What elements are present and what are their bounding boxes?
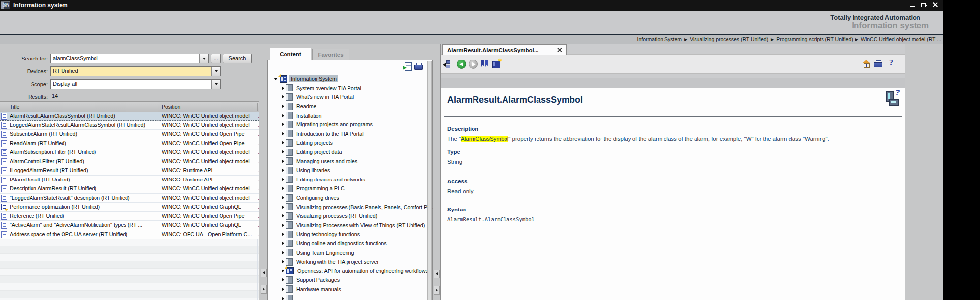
collapsed-arrow-icon[interactable] bbox=[282, 269, 284, 273]
tree-item[interactable]: Programming a PLC bbox=[267, 184, 426, 193]
tab-content[interactable]: Content bbox=[270, 48, 311, 60]
collapsed-arrow-icon[interactable] bbox=[282, 241, 284, 245]
collapsed-arrow-icon[interactable] bbox=[282, 114, 284, 118]
result-row[interactable]: "LoggedAlarmStateResult" description (RT… bbox=[0, 194, 259, 203]
left-splitter[interactable] bbox=[260, 44, 267, 300]
restore-icon[interactable] bbox=[920, 1, 927, 8]
close-tab-icon[interactable] bbox=[557, 47, 562, 53]
right-splitter[interactable] bbox=[433, 44, 440, 300]
search-button[interactable]: Search bbox=[223, 54, 252, 63]
tree-scrollbar[interactable] bbox=[427, 61, 432, 300]
collapsed-arrow-icon[interactable] bbox=[282, 223, 284, 227]
advanced-search-button[interactable]: ... bbox=[211, 54, 221, 63]
result-row[interactable]: AlarmControl.Filter (RT Unified) WINCC: … bbox=[0, 157, 259, 167]
result-row[interactable]: Reference (RT Unified) WINCC: WinCC Unif… bbox=[0, 212, 259, 221]
collapsed-arrow-icon[interactable] bbox=[282, 251, 284, 255]
minimize-icon[interactable] bbox=[909, 1, 916, 8]
column-header-title[interactable]: Title bbox=[10, 102, 19, 112]
tree-item[interactable]: Visualizing processes (Basic Panels, Pan… bbox=[267, 202, 426, 211]
result-row[interactable]: Description AlarmResult (RT Unified) WIN… bbox=[0, 184, 259, 194]
result-row[interactable]: IAlarmResult (RT Unified) WINCC: Runtime… bbox=[0, 176, 259, 185]
collapsed-arrow-icon[interactable] bbox=[282, 260, 284, 264]
related-windows-help-icon[interactable] bbox=[885, 91, 901, 109]
collapse-left-icon[interactable] bbox=[261, 269, 267, 277]
result-row[interactable]: AlarmResult.AlarmClassSymbol (RT Unified… bbox=[0, 112, 259, 121]
collapsed-arrow-icon[interactable] bbox=[282, 159, 284, 163]
collapsed-arrow-icon[interactable] bbox=[282, 214, 284, 218]
result-row[interactable]: ILoggedAlarmResult (RT Unified) WINCC: R… bbox=[0, 166, 259, 176]
collapsed-arrow-icon[interactable] bbox=[282, 205, 284, 209]
bookmarks-icon[interactable] bbox=[481, 60, 489, 67]
scope-dropdown-icon[interactable] bbox=[211, 80, 220, 89]
topic-tab[interactable]: AlarmResult.AlarmClassSymbol... bbox=[442, 44, 567, 55]
column-header-position[interactable]: Position bbox=[162, 102, 180, 112]
close-icon[interactable] bbox=[932, 1, 939, 8]
tree-item[interactable]: Managing users and roles bbox=[267, 156, 426, 166]
tree-item[interactable]: Using Team Engineering bbox=[267, 248, 426, 257]
tree-item[interactable]: Editing devices and networks bbox=[267, 175, 426, 184]
back-icon[interactable] bbox=[457, 60, 466, 69]
forward-icon[interactable] bbox=[469, 60, 478, 69]
tree-item[interactable]: Configuring drives bbox=[267, 193, 426, 203]
devices-select[interactable]: RT Unified bbox=[50, 66, 221, 76]
collapsed-arrow-icon[interactable] bbox=[282, 104, 284, 108]
search-dropdown-icon[interactable] bbox=[199, 54, 208, 63]
result-row[interactable]: AlarmSubscription.Filter (RT Unified) WI… bbox=[0, 148, 259, 157]
collapsed-arrow-icon[interactable] bbox=[282, 141, 284, 145]
collapsed-arrow-icon[interactable] bbox=[282, 95, 284, 99]
tree-item[interactable]: Using libraries bbox=[267, 166, 426, 175]
tree-item[interactable]: Working with the TIA project server bbox=[267, 257, 426, 267]
collapse-left-icon[interactable] bbox=[434, 270, 440, 278]
tab-favorites[interactable]: Favorites bbox=[312, 49, 349, 60]
result-row[interactable]: Performance optimization (RT Unified) WI… bbox=[0, 203, 259, 212]
add-bookmark-icon[interactable] bbox=[492, 61, 500, 68]
expanded-arrow-icon[interactable] bbox=[274, 78, 278, 80]
home-icon[interactable] bbox=[862, 60, 871, 67]
result-row[interactable]: "ActiveAlarm" and "ActiveAlarmNotificati… bbox=[0, 221, 259, 230]
collapsed-arrow-icon[interactable] bbox=[282, 186, 284, 190]
result-row[interactable]: ReadAlarm (RT Unified) WINCC: WinCC Unif… bbox=[0, 139, 259, 149]
print-icon[interactable] bbox=[414, 63, 423, 70]
collapsed-arrow-icon[interactable] bbox=[282, 168, 284, 172]
expand-right-icon[interactable] bbox=[261, 285, 267, 294]
collapsed-arrow-icon[interactable] bbox=[282, 86, 284, 90]
tree-item[interactable]: Openness: API for automation of engineer… bbox=[267, 266, 426, 275]
tree-item[interactable]: Information System bbox=[267, 74, 426, 84]
tree-item[interactable]: Introduction to the TIA Portal bbox=[267, 129, 426, 139]
tree-item[interactable]: Visualizing processes (RT Unified) bbox=[267, 211, 426, 221]
tree-item[interactable]: Editing project data bbox=[267, 148, 426, 157]
tree-item[interactable] bbox=[267, 294, 426, 300]
tree-item[interactable]: What's new in TIA Portal bbox=[267, 92, 426, 102]
collapsed-arrow-icon[interactable] bbox=[282, 132, 284, 136]
result-row[interactable]: SubscribeAlarm (RT Unified) WINCC: WinCC… bbox=[0, 130, 259, 139]
scope-select[interactable]: Display all bbox=[50, 79, 221, 89]
expand-right-icon[interactable] bbox=[434, 286, 440, 295]
tree-item[interactable]: Migrating projects and programs bbox=[267, 120, 426, 129]
collapsed-arrow-icon[interactable] bbox=[282, 287, 284, 291]
help-icon[interactable] bbox=[889, 59, 893, 67]
tree-item[interactable]: Readme bbox=[267, 102, 426, 111]
breadcrumb[interactable]: Information System ► Visualizing process… bbox=[637, 36, 941, 42]
collapsed-arrow-icon[interactable] bbox=[282, 178, 284, 181]
show-current-topic-icon[interactable] bbox=[405, 62, 412, 71]
tree-item[interactable]: Using technology functions bbox=[267, 230, 426, 239]
tree-item[interactable]: Visualizing Processes with View of Thing… bbox=[267, 221, 426, 230]
collapsed-arrow-icon[interactable] bbox=[282, 232, 284, 236]
collapsed-arrow-icon[interactable] bbox=[282, 278, 284, 282]
tree-item[interactable]: Using online and diagnostics functions bbox=[267, 239, 426, 248]
collapsed-arrow-icon[interactable] bbox=[282, 196, 284, 200]
result-row[interactable]: LoggedAlarmStateResult.AlarmClassSymbol … bbox=[0, 121, 259, 130]
print-icon[interactable] bbox=[874, 60, 882, 67]
tree-item[interactable]: System overview TIA Portal bbox=[267, 84, 426, 93]
locate-in-contents-icon[interactable] bbox=[443, 60, 451, 68]
tree-item[interactable]: Installation bbox=[267, 111, 426, 120]
tree-item[interactable]: Support Packages bbox=[267, 275, 426, 285]
search-input[interactable]: alarmClassSymbol bbox=[50, 54, 209, 63]
tree-item[interactable]: Editing projects bbox=[267, 138, 426, 148]
result-row[interactable]: Address space of the OPC UA server (RT U… bbox=[0, 230, 259, 240]
collapsed-arrow-icon[interactable] bbox=[282, 122, 284, 126]
devices-dropdown-icon[interactable] bbox=[211, 67, 220, 76]
tree-item[interactable]: Hardware manuals bbox=[267, 285, 426, 294]
collapsed-arrow-icon[interactable] bbox=[282, 150, 284, 154]
collapsed-arrow-icon[interactable] bbox=[282, 297, 284, 300]
